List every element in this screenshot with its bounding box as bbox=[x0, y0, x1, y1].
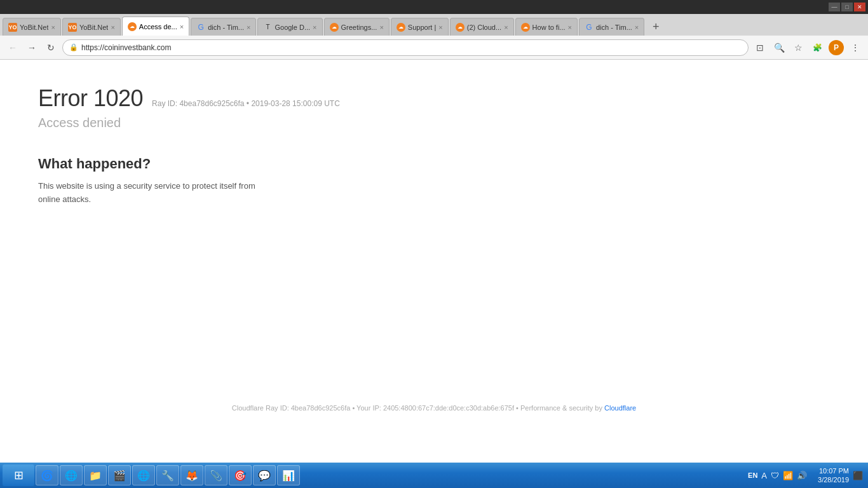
lock-icon: 🔒 bbox=[69, 43, 78, 51]
reload-button[interactable]: ↻ bbox=[43, 40, 58, 55]
tab-label: (2) Cloud... bbox=[467, 24, 501, 31]
tab-close-icon[interactable]: × bbox=[48, 24, 55, 31]
favicon: ☁ bbox=[521, 23, 530, 32]
tab-tab8[interactable]: ☁(2) Cloud...× bbox=[450, 18, 514, 36]
tab-close-icon[interactable]: × bbox=[632, 24, 639, 31]
error-header: Error 1020 Ray ID: 4bea78d6c925c6fa • 20… bbox=[38, 85, 830, 112]
antivirus-icon: 🛡 bbox=[771, 471, 779, 480]
taskbar-app-app8[interactable]: 📎 bbox=[205, 465, 227, 485]
profile-avatar[interactable]: P bbox=[829, 40, 844, 55]
tab-label: dich - Tim... bbox=[208, 24, 244, 31]
favicon: G bbox=[585, 23, 593, 32]
tab-label: Access de... bbox=[139, 23, 177, 30]
ime-icon: A bbox=[761, 471, 767, 480]
tab-tab6[interactable]: ☁Greetings...× bbox=[324, 18, 390, 36]
tab-close-icon[interactable]: × bbox=[244, 24, 250, 31]
taskbar-app-app10[interactable]: 💬 bbox=[253, 465, 276, 485]
error-title: Error 1020 bbox=[38, 85, 143, 112]
footer: Cloudflare Ray ID: 4bea78d6c925c6fa • Yo… bbox=[232, 404, 636, 412]
date-display: 3/28/2019 bbox=[811, 475, 849, 484]
tab-tab10[interactable]: Gdich - Tim...× bbox=[579, 18, 644, 36]
tab-tab4[interactable]: Gdich - Tim...× bbox=[191, 18, 256, 36]
signal-icon: 📶 bbox=[783, 471, 793, 480]
taskbar-app-app2[interactable]: 🌐 bbox=[60, 465, 83, 485]
error-meta: Ray ID: 4bea78d6c925c6fa • 2019-03-28 15… bbox=[152, 99, 340, 108]
language-indicator[interactable]: EN bbox=[748, 471, 757, 479]
tab-close-icon[interactable]: × bbox=[377, 24, 383, 31]
tab-tab2[interactable]: YOYoBit.Net× bbox=[62, 18, 121, 36]
tab-label: YoBit.Net bbox=[20, 24, 48, 31]
notification-icon[interactable]: ⬛ bbox=[853, 471, 863, 480]
tab-tab5[interactable]: TGoogle D...× bbox=[257, 18, 322, 36]
bookmark-icon[interactable]: ☆ bbox=[790, 40, 806, 55]
tab-label: Google D... bbox=[275, 24, 310, 31]
favicon: ☁ bbox=[456, 23, 465, 32]
section-title: What happened? bbox=[38, 156, 830, 172]
tab-bar: YOYoBit.Net×YOYoBit.Net×☁Access de...×Gd… bbox=[0, 14, 868, 36]
toolbar-icons: ⊡ 🔍 ☆ 🧩 P ⋮ bbox=[752, 40, 863, 55]
title-bar: — □ ✕ bbox=[0, 0, 868, 14]
taskbar-app-app9[interactable]: 🎯 bbox=[229, 465, 252, 485]
cast-icon[interactable]: ⊡ bbox=[752, 40, 768, 55]
url-text: https://coininvestbank.com bbox=[81, 43, 742, 52]
address-bar: ← → ↻ 🔒 https://coininvestbank.com ⊡ 🔍 ☆… bbox=[0, 36, 868, 60]
system-tray: EN A 🛡 📶 🔊 10:07 PM 3/28/2019 ⬛ bbox=[745, 466, 865, 485]
forward-button[interactable]: → bbox=[24, 40, 39, 55]
clock: 10:07 PM 3/28/2019 bbox=[811, 466, 849, 485]
tab-close-icon[interactable]: × bbox=[108, 24, 114, 31]
menu-button[interactable]: ⋮ bbox=[848, 40, 863, 55]
taskbar-app-app7[interactable]: 🦊 bbox=[180, 465, 203, 485]
tab-tab7[interactable]: ☁Support |× bbox=[391, 18, 449, 36]
extension-icon[interactable]: 🧩 bbox=[810, 40, 825, 55]
taskbar-app-app3[interactable]: 📁 bbox=[84, 465, 107, 485]
back-button[interactable]: ← bbox=[5, 40, 20, 55]
maximize-button[interactable]: □ bbox=[841, 3, 853, 11]
taskbar-app-app4[interactable]: 🎬 bbox=[108, 465, 131, 485]
section-body: This website is using a security service… bbox=[38, 180, 292, 207]
tab-label: Support | bbox=[408, 24, 436, 31]
tab-tab9[interactable]: ☁How to fi...× bbox=[515, 18, 578, 36]
favicon: T bbox=[263, 23, 272, 32]
tab-close-icon[interactable]: × bbox=[501, 24, 508, 31]
favicon: G bbox=[196, 23, 205, 32]
taskbar-app-app5[interactable]: 🌐 bbox=[132, 465, 155, 485]
tab-close-icon[interactable]: × bbox=[177, 23, 184, 30]
error-subtitle: Access denied bbox=[38, 116, 830, 130]
favicon: ☁ bbox=[128, 22, 137, 31]
tab-label: How to fi... bbox=[532, 24, 566, 31]
minimize-button[interactable]: — bbox=[829, 3, 840, 11]
window-controls: — □ ✕ bbox=[829, 3, 865, 11]
search-icon[interactable]: 🔍 bbox=[771, 40, 787, 55]
tab-label: dich - Tim... bbox=[596, 24, 632, 31]
favicon: YO bbox=[68, 23, 77, 32]
favicon: ☁ bbox=[330, 23, 339, 32]
taskbar-app-app6[interactable]: 🔧 bbox=[156, 465, 179, 485]
taskbar-app-app11[interactable]: 📊 bbox=[277, 465, 300, 485]
tab-tab3[interactable]: ☁Access de...× bbox=[122, 17, 189, 36]
page-content: Error 1020 Ray ID: 4bea78d6c925c6fa • 20… bbox=[0, 60, 868, 463]
tab-label: Greetings... bbox=[341, 24, 377, 31]
tab-tab1[interactable]: YOYoBit.Net× bbox=[3, 18, 61, 36]
taskbar: ⊞ 🌀🌐📁🎬🌐🔧🦊📎🎯💬📊 EN A 🛡 📶 🔊 10:07 PM 3/28/2… bbox=[0, 463, 868, 488]
section-body-line1: This website is using a security service… bbox=[38, 181, 255, 191]
footer-prefix: Cloudflare Ray ID: 4bea78d6c925c6fa • Yo… bbox=[232, 404, 604, 412]
favicon: YO bbox=[8, 23, 17, 32]
cloudflare-link[interactable]: Cloudflare bbox=[604, 404, 636, 412]
new-tab-button[interactable]: + bbox=[647, 18, 665, 36]
address-input[interactable]: 🔒 https://coininvestbank.com bbox=[62, 39, 749, 56]
close-button[interactable]: ✕ bbox=[854, 3, 865, 11]
tab-label: YoBit.Net bbox=[79, 24, 108, 31]
section-body-line2: online attacks. bbox=[38, 194, 91, 204]
time-display: 10:07 PM bbox=[811, 466, 849, 475]
tab-close-icon[interactable]: × bbox=[436, 24, 442, 31]
tab-close-icon[interactable]: × bbox=[566, 24, 572, 31]
taskbar-app-app1[interactable]: 🌀 bbox=[36, 465, 58, 485]
start-button[interactable]: ⊞ bbox=[3, 464, 34, 486]
favicon: ☁ bbox=[397, 23, 405, 32]
volume-icon[interactable]: 🔊 bbox=[797, 471, 807, 480]
tab-close-icon[interactable]: × bbox=[310, 24, 316, 31]
